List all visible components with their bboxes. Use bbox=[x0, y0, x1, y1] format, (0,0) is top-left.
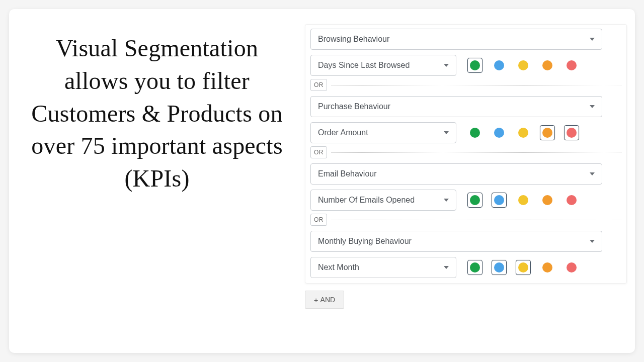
score-dot-red[interactable] bbox=[564, 58, 579, 73]
dot-icon bbox=[567, 60, 577, 70]
dot-icon bbox=[542, 262, 552, 273]
or-badge: OR bbox=[310, 79, 327, 91]
feature-heading: Visual Segmentation allows you to filter… bbox=[21, 32, 293, 195]
metric-label: Next Month bbox=[318, 263, 359, 272]
metric-select[interactable]: Days Since Last Browsed bbox=[310, 55, 456, 76]
score-dot-yellow[interactable] bbox=[516, 193, 531, 208]
score-dot-yellow[interactable] bbox=[516, 260, 531, 275]
metric-row: Next Month bbox=[310, 257, 621, 278]
divider-line bbox=[331, 85, 621, 85]
dot-icon bbox=[470, 262, 480, 273]
dot-icon bbox=[494, 195, 504, 205]
score-dot-blue[interactable] bbox=[492, 260, 507, 275]
chevron-down-icon bbox=[590, 38, 595, 41]
category-select[interactable]: Email Behaviour bbox=[310, 163, 602, 185]
and-label: AND bbox=[320, 296, 336, 304]
description-panel: Visual Segmentation allows you to filter… bbox=[21, 19, 293, 343]
metric-label: Order Amount bbox=[318, 128, 368, 137]
divider-line bbox=[331, 220, 621, 220]
chevron-down-icon bbox=[590, 105, 595, 108]
score-dot-red[interactable] bbox=[564, 260, 579, 275]
dot-icon bbox=[518, 60, 528, 70]
or-divider: OR bbox=[310, 214, 621, 226]
metric-select[interactable]: Number Of Emails Opened bbox=[310, 190, 456, 211]
feature-card: Visual Segmentation allows you to filter… bbox=[9, 9, 635, 353]
segmentation-builder: Browsing BehaviourDays Since Last Browse… bbox=[293, 19, 627, 343]
dot-icon bbox=[542, 128, 552, 138]
score-dot-blue[interactable] bbox=[492, 125, 507, 140]
score-dot-red[interactable] bbox=[564, 193, 579, 208]
score-dot-green[interactable] bbox=[467, 58, 482, 73]
metric-row: Days Since Last Browsed bbox=[310, 55, 621, 76]
category-label: Email Behaviour bbox=[318, 169, 377, 178]
divider-line bbox=[331, 152, 621, 153]
or-badge: OR bbox=[310, 214, 327, 226]
category-select[interactable]: Monthly Buying Behaviour bbox=[310, 231, 602, 252]
dot-icon bbox=[567, 195, 577, 205]
chevron-down-icon bbox=[444, 64, 449, 67]
score-dots bbox=[467, 193, 579, 208]
dot-icon bbox=[518, 195, 528, 205]
metric-label: Days Since Last Browsed bbox=[318, 61, 410, 70]
category-select[interactable]: Browsing Behaviour bbox=[310, 29, 602, 50]
score-dot-orange[interactable] bbox=[540, 58, 555, 73]
chevron-down-icon bbox=[590, 240, 595, 243]
dot-icon bbox=[470, 128, 480, 138]
category-select[interactable]: Purchase Behaviour bbox=[310, 96, 602, 117]
score-dot-red[interactable] bbox=[564, 125, 579, 140]
score-dots bbox=[467, 58, 579, 73]
category-label: Monthly Buying Behaviour bbox=[318, 237, 412, 246]
score-dot-orange[interactable] bbox=[540, 193, 555, 208]
score-dot-orange[interactable] bbox=[540, 125, 555, 140]
score-dot-blue[interactable] bbox=[492, 58, 507, 73]
add-and-button[interactable]: + AND bbox=[305, 291, 344, 309]
score-dot-yellow[interactable] bbox=[516, 125, 531, 140]
dot-icon bbox=[567, 262, 577, 273]
metric-label: Number Of Emails Opened bbox=[318, 196, 415, 205]
score-dot-green[interactable] bbox=[467, 125, 482, 140]
dot-icon bbox=[542, 60, 552, 70]
or-badge: OR bbox=[310, 146, 327, 158]
dot-icon bbox=[470, 60, 480, 70]
chevron-down-icon bbox=[444, 131, 449, 134]
score-dot-orange[interactable] bbox=[540, 260, 555, 275]
dot-icon bbox=[518, 262, 528, 273]
or-divider: OR bbox=[310, 79, 621, 91]
dot-icon bbox=[567, 128, 577, 138]
plus-icon: + bbox=[314, 296, 318, 304]
chevron-down-icon bbox=[444, 199, 449, 202]
dot-icon bbox=[470, 195, 480, 205]
metric-select[interactable]: Next Month bbox=[310, 257, 456, 278]
category-label: Purchase Behaviour bbox=[318, 102, 390, 111]
dot-icon bbox=[518, 128, 528, 138]
dot-icon bbox=[494, 262, 504, 273]
score-dots bbox=[467, 260, 579, 275]
score-dot-yellow[interactable] bbox=[516, 58, 531, 73]
dot-icon bbox=[494, 60, 504, 70]
metric-row: Order Amount bbox=[310, 122, 621, 143]
dot-icon bbox=[542, 195, 552, 205]
metric-select[interactable]: Order Amount bbox=[310, 122, 456, 143]
chevron-down-icon bbox=[444, 266, 449, 269]
score-dot-green[interactable] bbox=[467, 193, 482, 208]
or-divider: OR bbox=[310, 146, 621, 158]
score-dots bbox=[467, 125, 579, 140]
chevron-down-icon bbox=[590, 172, 595, 175]
metric-row: Number Of Emails Opened bbox=[310, 190, 621, 211]
dot-icon bbox=[494, 128, 504, 138]
score-dot-green[interactable] bbox=[467, 260, 482, 275]
score-dot-blue[interactable] bbox=[492, 193, 507, 208]
filter-blocks: Browsing BehaviourDays Since Last Browse… bbox=[305, 24, 627, 284]
category-label: Browsing Behaviour bbox=[318, 35, 389, 44]
